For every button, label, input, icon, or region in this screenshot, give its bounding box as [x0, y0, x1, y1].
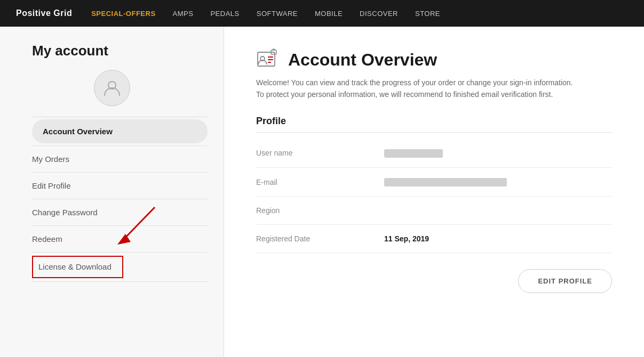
- table-row: User name: [256, 139, 612, 168]
- field-value-email: [384, 168, 612, 197]
- nav-link-store[interactable]: STORE: [415, 10, 440, 18]
- registered-date-value: 11 Sep, 2019: [384, 234, 429, 243]
- nav-links: SPECIAL-OFFERS AMPS PEDALS SOFTWARE MOBI…: [91, 10, 440, 18]
- svg-rect-5: [268, 56, 273, 58]
- section-desc: Welcome! You can view and track the prog…: [256, 77, 612, 101]
- table-row: Registered Date 11 Sep, 2019: [256, 225, 612, 253]
- table-row: Region: [256, 197, 612, 225]
- page-body: My account Account Overview My Orders Ed…: [0, 27, 644, 357]
- section-desc-line1: Welcome! You can view and track the prog…: [256, 78, 573, 87]
- sidebar-title: My account: [32, 43, 208, 59]
- navbar: Positive Grid SPECIAL-OFFERS AMPS PEDALS…: [0, 0, 644, 27]
- sidebar: My account Account Overview My Orders Ed…: [0, 27, 224, 357]
- sidebar-item-edit-profile[interactable]: Edit Profile: [32, 173, 208, 199]
- table-row: E-mail: [256, 168, 612, 197]
- sidebar-nav: Account Overview My Orders Edit Profile …: [32, 119, 208, 282]
- field-label-region: Region: [256, 197, 384, 225]
- svg-marker-2: [117, 234, 131, 245]
- field-value-region: [384, 197, 612, 225]
- blurred-email: [384, 178, 507, 186]
- section-header: Account Overview: [256, 48, 612, 71]
- field-label-username: User name: [256, 139, 384, 168]
- nav-link-pedals[interactable]: PEDALS: [210, 10, 239, 18]
- red-arrow: [107, 202, 171, 250]
- blurred-username: [384, 149, 443, 158]
- field-value-username: [384, 139, 612, 168]
- license-download-box[interactable]: License & Download: [32, 256, 123, 278]
- profile-heading: Profile: [256, 116, 612, 133]
- account-overview-icon: [256, 48, 280, 71]
- profile-table: User name E-mail Region Registered: [256, 139, 612, 254]
- avatar: [94, 70, 130, 106]
- field-label-registered-date: Registered Date: [256, 225, 384, 253]
- nav-link-discover[interactable]: DISCOVER: [360, 10, 398, 18]
- user-icon: [102, 78, 122, 98]
- sidebar-item-account-overview[interactable]: Account Overview: [32, 119, 208, 146]
- svg-rect-6: [268, 59, 273, 60]
- nav-link-mobile[interactable]: MOBILE: [315, 10, 343, 18]
- sidebar-item-license-download[interactable]: License & Download: [32, 253, 208, 282]
- sidebar-divider: [32, 117, 208, 117]
- svg-rect-7: [268, 62, 271, 63]
- svg-point-9: [273, 52, 274, 53]
- section-title: Account Overview: [288, 50, 437, 70]
- nav-link-special-offers[interactable]: SPECIAL-OFFERS: [91, 10, 155, 18]
- field-value-registered-date: 11 Sep, 2019: [384, 225, 612, 253]
- section-desc-line2: To protect your personal information, we…: [256, 90, 553, 99]
- avatar-wrap: [32, 70, 208, 106]
- nav-link-software[interactable]: SOFTWARE: [257, 10, 298, 18]
- nav-link-amps[interactable]: AMPS: [173, 10, 194, 18]
- logo[interactable]: Positive Grid: [16, 9, 72, 18]
- svg-line-1: [123, 207, 155, 240]
- field-label-email: E-mail: [256, 168, 384, 197]
- sidebar-item-my-orders[interactable]: My Orders: [32, 146, 208, 173]
- main-content: Account Overview Welcome! You can view a…: [224, 27, 644, 357]
- edit-profile-button[interactable]: EDIT PROFILE: [518, 269, 612, 293]
